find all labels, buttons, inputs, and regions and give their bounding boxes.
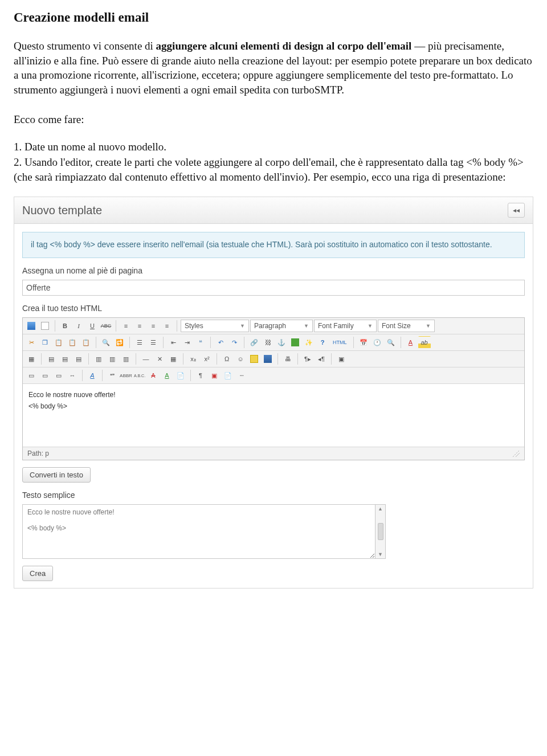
font-family-label: Font Family bbox=[318, 322, 354, 330]
del-icon[interactable]: A bbox=[147, 369, 160, 382]
blockquote-icon[interactable]: ❝ bbox=[194, 336, 207, 349]
align-right-icon[interactable]: ≡ bbox=[147, 320, 160, 332]
step-2: 2. Usando l'editor, create le parti che … bbox=[14, 155, 533, 184]
html-editor: B I U ABC ≡ ≡ ≡ ≡ Styles▼ Paragraph▼ Fon… bbox=[22, 317, 525, 460]
rtl-icon[interactable]: ◂¶ bbox=[315, 353, 328, 365]
absolute-icon[interactable]: ↔ bbox=[66, 369, 79, 382]
italic-button[interactable]: I bbox=[72, 320, 85, 332]
pagebreak-icon[interactable]: ┄ bbox=[235, 369, 248, 382]
underline-button[interactable]: U bbox=[86, 320, 99, 332]
paragraph-label: Paragraph bbox=[254, 322, 286, 330]
info-banner: il tag <% body %> deve essere inserito n… bbox=[22, 232, 525, 258]
intro-lead: Questo strumento vi consente di bbox=[14, 40, 156, 52]
emoticon-icon[interactable]: ☺ bbox=[234, 353, 247, 365]
scroll-up-icon[interactable]: ▲ bbox=[378, 506, 383, 512]
print-icon[interactable]: 🖶 bbox=[281, 353, 294, 365]
iespell-icon[interactable] bbox=[262, 353, 274, 365]
number-list-icon[interactable]: ☰ bbox=[147, 336, 160, 349]
outdent-icon[interactable]: ⇤ bbox=[167, 336, 179, 349]
cut-icon[interactable]: ✂ bbox=[25, 336, 38, 349]
step-1: 1. Date un nome al nuovo modello. bbox=[14, 140, 533, 154]
row-before-icon[interactable]: ▤ bbox=[45, 353, 58, 365]
align-center-icon[interactable]: ≡ bbox=[133, 320, 146, 332]
separator bbox=[102, 370, 103, 381]
template-name-input[interactable] bbox=[22, 280, 525, 296]
move-forward-icon[interactable]: ▭ bbox=[39, 369, 51, 382]
backcolor-button[interactable]: ab bbox=[418, 336, 431, 349]
image-icon[interactable] bbox=[289, 336, 301, 349]
html-source-button[interactable]: HTML bbox=[330, 336, 350, 349]
delete-col-icon[interactable]: ▥ bbox=[120, 353, 132, 365]
nonbreaking-icon[interactable]: ▣ bbox=[208, 369, 221, 382]
ins-icon[interactable]: A bbox=[161, 369, 173, 382]
remove-format-icon[interactable]: ✕ bbox=[153, 353, 166, 365]
save-icon[interactable] bbox=[25, 320, 38, 332]
time-icon[interactable]: 🕐 bbox=[371, 336, 383, 349]
resize-grip-icon[interactable] bbox=[513, 450, 520, 457]
bullet-list-icon[interactable]: ☰ bbox=[133, 336, 146, 349]
strikethrough-button[interactable]: ABC bbox=[100, 320, 112, 332]
styles-select[interactable]: Styles▼ bbox=[181, 320, 249, 332]
scroll-down-icon[interactable]: ▼ bbox=[378, 551, 383, 557]
table-icon[interactable]: ▦ bbox=[25, 353, 38, 365]
visualchars-icon[interactable]: ¶ bbox=[194, 369, 207, 382]
help-icon[interactable]: ? bbox=[316, 336, 329, 349]
separator bbox=[401, 337, 401, 348]
row-after-icon[interactable]: ▤ bbox=[59, 353, 71, 365]
layer-icon[interactable]: ▭ bbox=[25, 369, 38, 382]
superscript-icon[interactable]: x² bbox=[201, 353, 213, 365]
subscript-icon[interactable]: x₂ bbox=[187, 353, 199, 365]
paste-text-icon[interactable]: 📋 bbox=[66, 336, 79, 349]
toolbar-row-2: ✂ ❐ 📋 📋 📋 🔍 🔁 ☰ ☰ ⇤ ⇥ ❝ ↶ ↷ 🔗 ⛓ ⚓ ✨ ? bbox=[23, 334, 524, 351]
font-family-select[interactable]: Font Family▼ bbox=[314, 320, 377, 332]
align-left-icon[interactable]: ≡ bbox=[120, 320, 132, 332]
charmap-icon[interactable]: Ω bbox=[221, 353, 233, 365]
convert-to-text-button[interactable]: Converti in testo bbox=[22, 467, 91, 483]
anchor-icon[interactable]: ⚓ bbox=[275, 336, 288, 349]
date-icon[interactable]: 📅 bbox=[357, 336, 370, 349]
fullscreen-icon[interactable]: ▣ bbox=[335, 353, 348, 365]
replace-icon[interactable]: 🔁 bbox=[113, 336, 126, 349]
move-backward-icon[interactable]: ▭ bbox=[52, 369, 65, 382]
template-icon[interactable]: 📄 bbox=[222, 369, 234, 382]
acronym-icon[interactable]: A.B.C. bbox=[133, 369, 146, 382]
hr-icon[interactable]: — bbox=[140, 353, 152, 365]
scrollbar[interactable]: ▲ ▼ bbox=[375, 504, 386, 559]
plain-text-area[interactable]: Ecco le nostre nuove offerte! <% body %> bbox=[22, 504, 375, 559]
create-button[interactable]: Crea bbox=[22, 566, 53, 581]
bold-button[interactable]: B bbox=[59, 320, 71, 332]
copy-icon[interactable]: ❐ bbox=[39, 336, 51, 349]
cleanup-icon[interactable]: ✨ bbox=[303, 336, 315, 349]
paragraph-select[interactable]: Paragraph▼ bbox=[250, 320, 313, 332]
col-before-icon[interactable]: ▥ bbox=[92, 353, 105, 365]
cite-icon[interactable]: ❝❞ bbox=[106, 369, 119, 382]
undo-icon[interactable]: ↶ bbox=[214, 336, 227, 349]
editor-path: Path: p bbox=[27, 449, 49, 457]
preview-icon[interactable]: 🔍 bbox=[385, 336, 397, 349]
new-doc-icon[interactable] bbox=[39, 320, 51, 332]
align-justify-icon[interactable]: ≡ bbox=[161, 320, 173, 332]
col-after-icon[interactable]: ▥ bbox=[106, 353, 119, 365]
styleprops-icon[interactable]: A bbox=[86, 369, 99, 382]
editor-content-area[interactable]: Ecco le nostre nuove offerte! <% body %> bbox=[23, 384, 524, 447]
unlink-icon[interactable]: ⛓ bbox=[262, 336, 274, 349]
redo-icon[interactable]: ↷ bbox=[228, 336, 240, 349]
abbr-icon[interactable]: ABBR bbox=[120, 369, 132, 382]
ltr-icon[interactable]: ¶▸ bbox=[301, 353, 314, 365]
separator bbox=[55, 320, 55, 332]
html-editor-label: Crea il tuo testo HTML bbox=[22, 304, 525, 313]
template-editor-panel: Nuovo template ◂◂ il tag <% body %> deve… bbox=[14, 197, 533, 589]
font-size-select[interactable]: Font Size▼ bbox=[378, 320, 435, 332]
visual-aid-icon[interactable]: ▦ bbox=[167, 353, 179, 365]
media-icon[interactable] bbox=[248, 353, 260, 365]
paste-icon[interactable]: 📋 bbox=[52, 336, 65, 349]
paste-word-icon[interactable]: 📋 bbox=[80, 336, 92, 349]
attribs-icon[interactable]: 📄 bbox=[174, 369, 187, 382]
link-icon[interactable]: 🔗 bbox=[248, 336, 260, 349]
collapse-button[interactable]: ◂◂ bbox=[508, 203, 525, 218]
scroll-thumb[interactable] bbox=[378, 523, 383, 540]
indent-icon[interactable]: ⇥ bbox=[181, 336, 193, 349]
find-icon[interactable]: 🔍 bbox=[100, 336, 112, 349]
delete-row-icon[interactable]: ▤ bbox=[72, 353, 85, 365]
forecolor-button[interactable]: A bbox=[405, 336, 417, 349]
